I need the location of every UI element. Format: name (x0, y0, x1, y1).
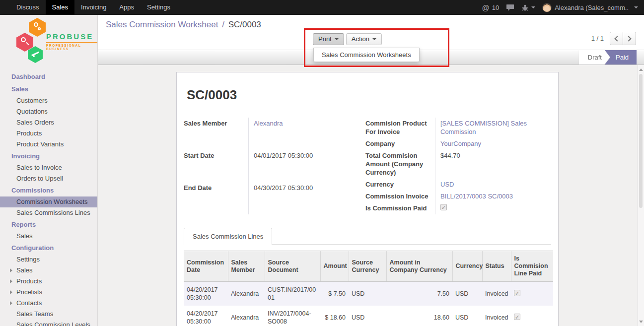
field-label: Is Commission Paid (365, 202, 435, 214)
table-row[interactable]: 04/20/2017 05:30:00 Alexandra INV/2017/0… (184, 306, 553, 326)
cell-amount: $ 7.50 (320, 282, 349, 306)
nav-settings[interactable]: Settings (141, 0, 177, 15)
currency-link[interactable]: USD (435, 179, 551, 191)
cell-amount-company-currency: 18.60 (386, 306, 452, 326)
sidebar-item-dashboard[interactable]: Dashboard (0, 70, 97, 83)
pager-next-button[interactable] (623, 32, 636, 45)
cell-source-currency: USD (349, 306, 386, 326)
messages-button[interactable] (506, 4, 514, 11)
scrollbar-thumb[interactable] (639, 74, 643, 208)
field-label: Commission Invoice (365, 191, 435, 202)
user-menu[interactable]: Alexandra (Sales_comm.. (542, 3, 638, 12)
triangle-up-icon (639, 68, 643, 71)
sidebar-item-sales-to-invoice[interactable]: Sales to Invoice (0, 162, 97, 173)
user-avatar (542, 3, 552, 12)
nav-apps[interactable]: Apps (113, 0, 141, 15)
pager-previous-button[interactable] (610, 32, 623, 45)
total-commission-amount-value: $44.70 (435, 150, 551, 179)
sidebar-item-label: Products (16, 277, 42, 285)
col-currency: Currency (452, 251, 482, 282)
cell-sales-member: Alexandra (228, 282, 265, 306)
sidebar-section-commissions[interactable]: Commissions (0, 184, 97, 196)
sidebar-item-orders-to-upsell[interactable]: Orders to Upsell (0, 173, 97, 184)
sidebar: PROBUSE PROFESSIONAL BUSINESS Dashboard … (0, 15, 98, 326)
sidebar-section-reports[interactable]: Reports (0, 218, 97, 231)
debug-caret-icon (531, 6, 535, 8)
col-status: Status (482, 251, 511, 282)
user-name: Alexandra (Sales_comm.. (555, 4, 629, 11)
nav-discuss[interactable]: Discuss (10, 0, 46, 15)
sidebar-item-config-pricelists[interactable]: Pricelists (0, 287, 97, 298)
col-source-document: Source Document (265, 251, 320, 282)
print-dropdown-menu: Sales Commission Worksheets (313, 48, 420, 62)
sidebar-item-customers[interactable]: Customers (0, 95, 97, 106)
control-panel: Sales Commission Worksheet / SC/0003 Pri… (98, 15, 644, 50)
sidebar-section-sales[interactable]: Sales (0, 83, 97, 95)
sidebar-item-sales-commission-levels[interactable]: Sales Commission Levels (0, 320, 97, 326)
line-paid-checkbox[interactable] (514, 290, 520, 296)
debug-menu-button[interactable] (521, 4, 535, 11)
table-row[interactable]: 04/20/2017 05:30:00 Alexandra CUST.IN/20… (184, 282, 553, 306)
field-end-date: End Date 04/30/2017 05:30:00 (184, 182, 361, 214)
cell-source-document: INV/2017/0004-SO008 (265, 306, 320, 326)
cell-commission-date: 04/20/2017 05:30:00 (184, 306, 228, 326)
notebook: Sales Commission Lines Commission Date S… (184, 227, 551, 326)
sidebar-item-quotations[interactable]: Quotations (0, 106, 97, 117)
field-label: Start Date (184, 150, 248, 182)
scroll-up-button[interactable] (638, 66, 644, 73)
topbar-right: @ 10 Alexandra (Sales_comm.. (482, 0, 644, 15)
sidebar-item-sales-teams[interactable]: Sales Teams (0, 309, 97, 320)
sidebar-item-products[interactable]: Products (0, 128, 97, 139)
field-commission-invoice: Commission Invoice BILL/2017/0003 SC/000… (365, 191, 551, 202)
commission-invoice-link[interactable]: BILL/2017/0003 SC/0003 (435, 191, 551, 202)
nav-invoicing[interactable]: Invoicing (74, 0, 113, 15)
scrollbar[interactable] (638, 65, 644, 326)
sales-member-link[interactable]: Alexandra (248, 118, 361, 150)
print-caret-icon (335, 38, 339, 40)
cell-currency: USD (452, 282, 482, 306)
col-sales-member: Sales Member (228, 251, 265, 282)
nav-sales[interactable]: Sales (46, 0, 75, 15)
field-label: End Date (184, 182, 248, 214)
print-menu-item-worksheets[interactable]: Sales Commission Worksheets (314, 48, 419, 62)
sidebar-item-sales-commissions-lines[interactable]: Sales Commissions Lines (0, 207, 97, 218)
sidebar-section-invoicing[interactable]: Invoicing (0, 150, 97, 162)
mentions-counter[interactable]: @ 10 (482, 3, 499, 12)
print-button[interactable]: Print (313, 33, 344, 45)
sidebar-item-product-variants[interactable]: Product Variants (0, 139, 97, 150)
logo-subtitle: PROFESSIONAL BUSINESS (46, 42, 97, 51)
line-paid-checkbox[interactable] (514, 314, 520, 320)
sidebar-item-reports-sales[interactable]: Sales (0, 231, 97, 242)
field-label: Total Commision Amount (Company Currency… (365, 150, 435, 179)
pager: 1 / 1 (591, 32, 636, 45)
breadcrumb-parent-link[interactable]: Sales Commission Worksheet (106, 20, 218, 29)
status-draft[interactable]: Draft (579, 50, 610, 65)
chevron-left-icon (614, 36, 620, 41)
sidebar-item-commission-worksheets[interactable]: Commission Worksheets (0, 196, 97, 207)
tab-sales-commission-lines[interactable]: Sales Commission Lines (184, 228, 272, 245)
field-sales-member: Sales Member Alexandra (184, 118, 361, 150)
mention-count: 10 (492, 4, 499, 11)
company-link[interactable]: YourCompany (435, 138, 551, 150)
col-is-commission-line-paid: Is Commision Line Paid (511, 251, 553, 282)
commission-product-link[interactable]: [SALES COMMISSION] Sales Commission (435, 118, 551, 138)
sidebar-item-settings[interactable]: Settings (0, 254, 97, 265)
sidebar-item-config-sales[interactable]: Sales (0, 265, 97, 276)
breadcrumb-current: SC/0003 (228, 20, 261, 29)
start-date-value: 04/01/2017 05:30:00 (248, 150, 361, 182)
field-total-commission-amount: Total Commision Amount (Company Currency… (365, 150, 551, 179)
sidebar-item-sales-orders[interactable]: Sales Orders (0, 117, 97, 128)
col-amount-company-currency: Amount in Company Currency (386, 251, 452, 282)
col-source-currency: Source Currency (349, 251, 386, 282)
action-button[interactable]: Action (346, 33, 382, 45)
is-commission-paid-checkbox[interactable] (440, 204, 447, 210)
sidebar-section-configuration[interactable]: Configuration (0, 242, 97, 254)
expand-caret-icon (10, 301, 12, 305)
field-label: Company (365, 138, 435, 150)
sidebar-item-config-contacts[interactable]: Contacts (0, 298, 97, 309)
expand-caret-icon (10, 279, 12, 283)
sidebar-item-label: Pricelists (16, 288, 42, 296)
scroll-down-button[interactable] (638, 318, 644, 325)
table-header-row: Commission Date Sales Member Source Docu… (184, 251, 553, 282)
sidebar-item-config-products[interactable]: Products (0, 276, 97, 287)
